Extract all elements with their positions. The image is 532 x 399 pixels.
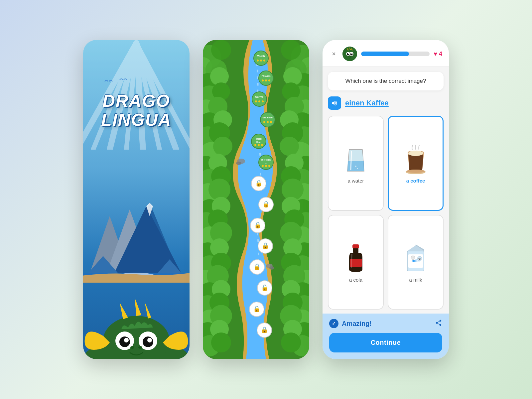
- svg-point-130: [263, 60, 265, 62]
- svg-point-155: [262, 165, 264, 167]
- svg-point-144: [267, 121, 269, 123]
- svg-point-128: [257, 60, 259, 62]
- quiz-screen: × ♥ 4: [323, 40, 449, 359]
- answer-card-cola[interactable]: a cola: [328, 215, 384, 310]
- svg-point-138: [255, 100, 257, 102]
- svg-point-143: [263, 121, 265, 123]
- mountain: [83, 190, 190, 283]
- birds: [103, 76, 130, 86]
- svg-point-183: [351, 53, 352, 54]
- app-title: DRAGO LINGUA: [83, 91, 190, 129]
- svg-point-32: [211, 40, 231, 60]
- coffee-image: [401, 145, 431, 175]
- map-screen: Vocab Phrases Convo Grammar Word Hunt: [203, 40, 309, 359]
- svg-text:🔒: 🔒: [255, 180, 263, 187]
- milk-image: milk 🐄: [401, 244, 431, 274]
- svg-marker-20: [135, 298, 141, 316]
- svg-text:Grammar: Grammar: [262, 116, 273, 119]
- svg-point-24: [119, 336, 130, 347]
- svg-point-135: [268, 79, 270, 81]
- heart-icon: ♥: [434, 51, 437, 58]
- cola-label: a cola: [349, 277, 362, 283]
- share-button[interactable]: [435, 319, 442, 328]
- svg-point-200: [411, 256, 415, 260]
- svg-point-156: [265, 165, 267, 167]
- svg-point-140: [262, 100, 264, 102]
- svg-point-126: [254, 51, 268, 66]
- svg-text:🔒: 🔒: [261, 326, 268, 333]
- water-label: a water: [347, 178, 364, 184]
- hearts-count: 4: [439, 51, 442, 58]
- game-map: Vocab Phrases Convo Grammar Word Hunt: [203, 40, 309, 359]
- svg-text:🔒: 🔒: [254, 221, 262, 229]
- answer-card-coffee[interactable]: a coffee: [388, 116, 444, 211]
- svg-point-202: [414, 257, 415, 258]
- close-button[interactable]: ×: [329, 49, 338, 59]
- amazing-message: ✓ Amazing!: [329, 319, 372, 328]
- german-phrase[interactable]: einen Kaffee: [345, 99, 389, 107]
- dragon-avatar: [342, 47, 357, 61]
- svg-point-185: [350, 56, 351, 57]
- svg-point-182: [348, 53, 349, 54]
- svg-point-134: [265, 79, 267, 81]
- hearts-display: ♥ 4: [434, 51, 442, 58]
- svg-point-29: [138, 346, 142, 349]
- svg-text:🔒: 🔒: [261, 284, 269, 291]
- svg-text:Phrases: Phrases: [261, 75, 270, 77]
- svg-point-120: [236, 162, 241, 165]
- svg-rect-193: [352, 244, 359, 248]
- svg-point-131: [259, 71, 273, 85]
- svg-point-157: [268, 165, 270, 167]
- svg-text:Vocab: Vocab: [257, 55, 265, 58]
- svg-point-26: [124, 338, 129, 342]
- cola-image: [341, 244, 371, 274]
- svg-point-184: [348, 56, 349, 57]
- svg-text:s: s: [265, 162, 267, 165]
- milk-label: a milk: [409, 277, 422, 283]
- svg-point-18: [103, 316, 170, 359]
- svg-point-136: [252, 92, 267, 106]
- splash-screen: DRAGO LINGUA: [83, 40, 190, 359]
- svg-line-186: [351, 151, 351, 170]
- answer-card-water[interactable]: a water: [328, 116, 384, 211]
- svg-point-145: [270, 121, 272, 123]
- svg-point-28: [130, 346, 134, 349]
- svg-text:🔒: 🔒: [253, 305, 261, 313]
- svg-point-122: [269, 266, 274, 270]
- svg-text:Hunt: Hunt: [256, 141, 262, 143]
- feedback-bar: ✓ Amazing!: [329, 319, 442, 328]
- svg-point-141: [260, 112, 275, 127]
- quiz-question: Which one is the correct image?: [328, 72, 444, 90]
- svg-point-188: [357, 168, 358, 169]
- svg-text:🔒: 🔒: [253, 263, 261, 270]
- svg-text:🔒: 🔒: [262, 200, 270, 208]
- svg-text:🐄: 🐄: [418, 257, 421, 261]
- svg-point-90: [280, 137, 299, 156]
- answer-card-milk[interactable]: milk 🐄 a milk: [388, 215, 444, 310]
- svg-point-133: [262, 79, 264, 81]
- quiz-footer: ✓ Amazing! Continue: [323, 314, 449, 359]
- svg-point-201: [412, 257, 413, 258]
- audio-button[interactable]: [328, 96, 341, 110]
- svg-text:Direction: Direction: [261, 159, 271, 161]
- svg-point-27: [147, 338, 152, 342]
- svg-text:Convo: Convo: [255, 95, 264, 98]
- svg-point-46: [213, 137, 232, 156]
- svg-text:🔒: 🔒: [262, 242, 269, 249]
- svg-point-151: [261, 144, 263, 146]
- audio-phrase-row: einen Kaffee: [323, 93, 449, 113]
- svg-marker-19: [120, 303, 128, 319]
- water-image: [341, 145, 371, 175]
- svg-marker-21: [145, 302, 151, 319]
- coffee-label: a coffee: [406, 178, 425, 184]
- answer-grid: a water: [323, 116, 449, 310]
- continue-button[interactable]: Continue: [329, 333, 442, 352]
- check-icon: ✓: [329, 319, 338, 328]
- progress-bar: [361, 52, 430, 56]
- svg-point-129: [260, 60, 262, 62]
- svg-point-25: [143, 336, 153, 347]
- svg-point-187: [355, 166, 356, 167]
- dragon-character: [83, 283, 190, 359]
- svg-point-74: [211, 332, 231, 352]
- progress-fill: [361, 52, 409, 56]
